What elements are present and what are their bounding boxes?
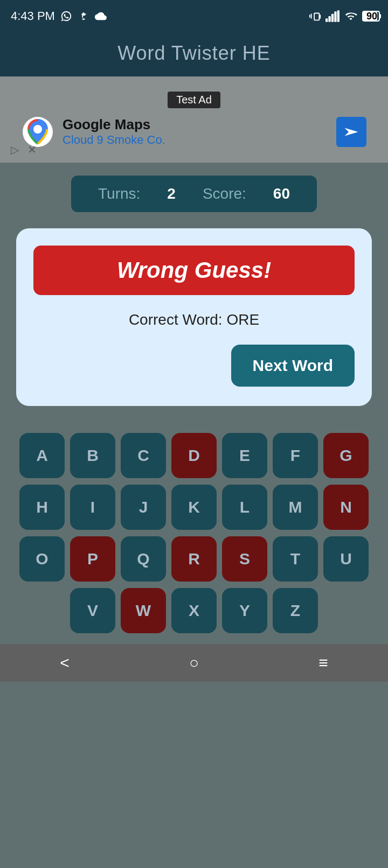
wrong-guess-banner: Wrong Guess! [33, 246, 355, 295]
key-q[interactable]: Q [121, 536, 166, 582]
ad-text-block: Google Maps Cloud 9 Smoke Co. [63, 116, 165, 147]
svg-rect-2 [331, 14, 334, 22]
keyboard-row-1: HIJKLMN [9, 485, 379, 530]
key-d[interactable]: D [171, 433, 217, 478]
svg-rect-1 [328, 16, 330, 22]
ad-play-icon: ▷ [11, 143, 19, 156]
key-t[interactable]: T [273, 536, 318, 582]
key-x[interactable]: X [171, 588, 217, 633]
key-e[interactable]: E [222, 433, 267, 478]
keyboard-row-3: VWXYZ [9, 588, 379, 633]
wifi-icon [344, 10, 358, 22]
ad-title: Google Maps [63, 116, 165, 133]
next-word-row: Next Word [33, 345, 355, 387]
status-time: 4:43 PM [11, 9, 55, 23]
key-n[interactable]: N [323, 485, 369, 530]
key-a[interactable]: A [19, 433, 65, 478]
ad-content: Google Maps Cloud 9 Smoke Co. [11, 116, 377, 148]
ad-nav-icon[interactable] [336, 117, 366, 147]
wrong-guess-text: Wrong Guess! [117, 257, 271, 283]
svg-point-9 [33, 125, 42, 134]
key-f[interactable]: F [273, 433, 318, 478]
key-r[interactable]: R [171, 536, 217, 582]
key-i[interactable]: I [70, 485, 115, 530]
vibrate-icon [309, 10, 321, 22]
key-u[interactable]: U [323, 536, 369, 582]
key-j[interactable]: J [121, 485, 166, 530]
nav-bar: < ○ ≡ [0, 644, 388, 682]
score-bar: Turns: 2 Score: 60 [71, 176, 317, 212]
correct-word-label: Correct Word: [129, 311, 223, 328]
key-g[interactable]: G [323, 433, 369, 478]
status-right: 90 [309, 10, 377, 22]
status-bar: 4:43 PM 90 [0, 0, 388, 32]
whatsapp-icon [60, 10, 72, 22]
svg-rect-4 [337, 10, 340, 22]
back-button[interactable]: < [60, 654, 70, 672]
svg-rect-3 [334, 11, 336, 22]
key-z[interactable]: Z [273, 588, 318, 633]
ad-close-icon: ✕ [27, 143, 37, 156]
score-value: 60 [273, 185, 290, 202]
signal-icon [325, 10, 340, 22]
battery-level: 90 [366, 11, 377, 22]
score-bar-wrapper: Turns: 2 Score: 60 [0, 163, 388, 223]
cloud-icon [95, 10, 107, 22]
key-k[interactable]: K [171, 485, 217, 530]
menu-button[interactable]: ≡ [318, 654, 328, 672]
app-title-bar: Word Twister HE [0, 32, 388, 76]
home-button[interactable]: ○ [189, 654, 199, 672]
key-w[interactable]: W [121, 588, 166, 633]
app-title: Word Twister HE [117, 42, 271, 64]
battery-indicator: 90 [362, 11, 377, 22]
key-h[interactable]: H [19, 485, 65, 530]
turns-value: 2 [167, 185, 176, 202]
ad-banner[interactable]: Test Ad Google Maps Cloud 9 Smoke Co. [0, 76, 388, 163]
key-y[interactable]: Y [222, 588, 267, 633]
next-word-button[interactable]: Next Word [231, 345, 355, 387]
key-s[interactable]: S [222, 536, 267, 582]
correct-word-line: Correct Word: ORE [33, 311, 355, 328]
dialog-card: Wrong Guess! Correct Word: ORE Next Word [16, 228, 372, 406]
ad-subtitle: Cloud 9 Smoke Co. [63, 133, 165, 147]
svg-rect-6 [379, 14, 381, 18]
ad-label: Test Ad [168, 92, 220, 108]
key-c[interactable]: C [121, 433, 166, 478]
svg-rect-0 [325, 18, 328, 22]
score-label: Score: [203, 185, 246, 202]
key-v[interactable]: V [70, 588, 115, 633]
key-m[interactable]: M [273, 485, 318, 530]
key-p[interactable]: P [70, 536, 115, 582]
key-o[interactable]: O [19, 536, 65, 582]
usb-icon [78, 10, 89, 22]
turns-label: Turns: [98, 185, 140, 202]
status-left: 4:43 PM [11, 9, 107, 23]
correct-word: ORE [226, 311, 259, 328]
key-l[interactable]: L [222, 485, 267, 530]
ad-bottom-icons: ▷ ✕ [11, 143, 37, 156]
keyboard-area: ABCDEFGHIJKLMNOPQRSTUVWXYZ [0, 422, 388, 639]
keyboard-row-0: ABCDEFG [9, 433, 379, 478]
key-b[interactable]: B [70, 433, 115, 478]
keyboard-row-2: OPQRSTU [9, 536, 379, 582]
ad-left: Google Maps Cloud 9 Smoke Co. [22, 116, 165, 148]
